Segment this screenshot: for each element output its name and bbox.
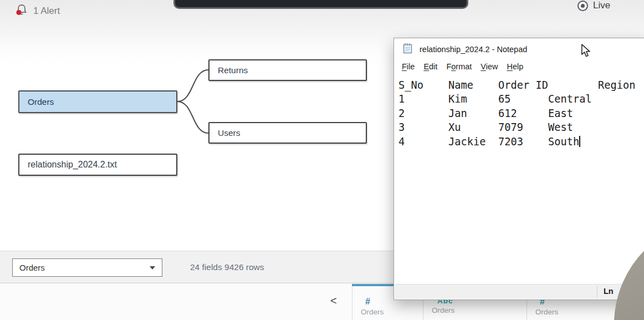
table-node-label: Returns [218,65,248,75]
table-node-label: relationship_2024.2.txt [28,160,117,170]
fields-rows-summary: 24 fields 9426 rows [190,262,264,272]
table-selector-value: Orders [19,263,45,272]
dropdown-caret-icon [150,266,155,270]
text-line: 3 Xu 7079 West [398,120,644,134]
menu-format[interactable]: Format [442,60,476,73]
text-caret [579,136,580,147]
status-line-indicator: Ln [604,287,614,296]
text-line: S_No Name Order ID Region [398,78,644,92]
notepad-window: relationship_2024.2 - Notepad File Edit … [393,38,644,300]
table-node-orders[interactable]: Orders [18,90,177,113]
relationship-connectors [176,58,211,141]
notepad-text-area[interactable]: S_No Name Order ID Region 1 Kim 65 Centr… [395,77,644,285]
text-line: 2 Jan 612 East [398,106,644,120]
table-node-users[interactable]: Users [208,122,367,144]
table-selector-dropdown[interactable]: Orders [12,258,162,277]
menu-edit[interactable]: Edit [419,60,442,73]
text-line: 4 Jackie 7203 South [398,135,644,149]
mouse-cursor-icon [581,44,591,60]
notepad-window-title: relationship_2024.2 - Notepad [420,45,527,54]
table-node-label: Orders [28,97,54,107]
alert-label: 1 Alert [33,6,60,17]
text-line: 1 Kim 65 Central [398,92,644,106]
live-label: Live [593,0,610,11]
notepad-title-bar[interactable]: relationship_2024.2 - Notepad [394,38,644,60]
collapse-chevron-icon[interactable]: < [330,294,337,307]
status-divider [597,286,597,297]
menu-file[interactable]: File [397,60,419,73]
menu-help[interactable]: Help [503,60,528,73]
notepad-menu-bar: File Edit Format View Help [394,60,644,77]
grid-column-label: Orders [361,308,423,316]
notepad-status-bar: Ln [395,284,644,299]
table-node-relationship-file[interactable]: relationship_2024.2.txt [18,154,177,176]
recording-toolbar [173,0,468,9]
alert-area[interactable]: 1 Alert [16,3,60,19]
bell-icon [16,3,28,19]
notepad-icon [403,43,413,56]
connection-type-live[interactable]: Live [577,0,610,11]
grid-column-label: Orders [432,306,527,314]
table-node-label: Users [218,128,240,138]
radio-selected-icon[interactable] [577,1,588,11]
grid-column-label: Orders [535,308,604,316]
menu-view[interactable]: View [476,60,502,73]
table-node-returns[interactable]: Returns [208,59,367,81]
